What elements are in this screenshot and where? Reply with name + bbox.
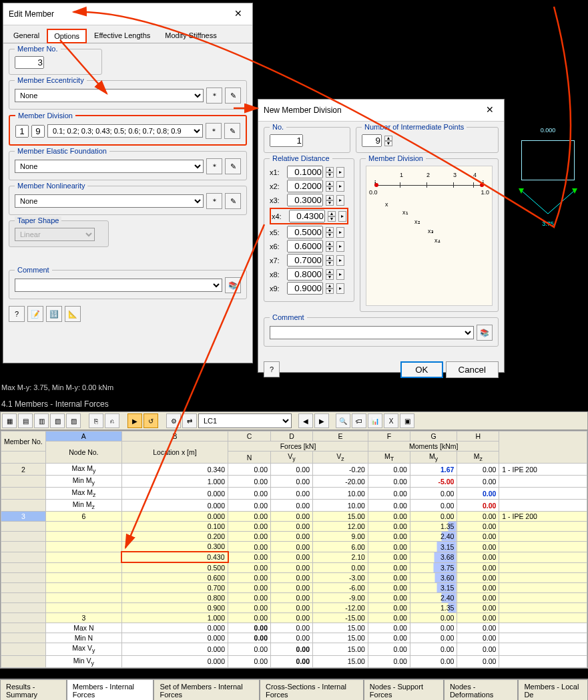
x5-input[interactable]: [287, 226, 323, 238]
status-bar: Max M-y: 3.75, Min M-y: 0.00 kNm: [1, 383, 113, 391]
excel-icon[interactable]: X: [384, 413, 398, 428]
pick-icon[interactable]: ▸: [336, 167, 344, 178]
x8-input[interactable]: [287, 268, 323, 281]
x-spinner[interactable]: ▲▼: [326, 269, 334, 280]
btab[interactable]: Nodes - Deformations: [444, 679, 519, 700]
tb-icon[interactable]: ▧: [50, 413, 65, 428]
btab[interactable]: Members - Internal Forces: [67, 679, 154, 700]
comment-lib-icon[interactable]: 📚: [225, 277, 241, 293]
pick-icon[interactable]: ▸: [336, 255, 344, 266]
tb-icon[interactable]: ↺: [143, 413, 158, 428]
lc-select[interactable]: LC1: [198, 413, 292, 428]
results-table[interactable]: Member No.ABCDEFGHNode No.Location x [m]…: [0, 430, 588, 669]
tb-icon[interactable]: 🏷: [352, 413, 366, 428]
pick-icon[interactable]: ▸: [336, 283, 344, 294]
close-button[interactable]: ✕: [230, 7, 247, 21]
division-new-icon[interactable]: ＊: [206, 123, 222, 139]
tb-icon[interactable]: 🔍: [336, 413, 350, 428]
pick-icon[interactable]: ▸: [336, 269, 344, 280]
new-icon[interactable]: 📝: [27, 306, 43, 322]
close-button[interactable]: ✕: [481, 104, 499, 117]
division-count-input[interactable]: [31, 125, 45, 138]
nonlinearity-new-icon[interactable]: ＊: [206, 193, 222, 209]
x-spinner[interactable]: ▲▼: [326, 255, 334, 266]
x-spinner[interactable]: ▲▼: [326, 227, 334, 238]
btab[interactable]: Nodes - Support Forces: [364, 679, 444, 700]
pick-icon[interactable]: ▸: [338, 211, 346, 222]
pick-icon[interactable]: ▸: [336, 181, 344, 192]
x6-input[interactable]: [287, 240, 323, 252]
tab-effective-lengths[interactable]: Effective Lengths: [87, 28, 158, 43]
elastic-label: Member Elastic Foundation: [15, 147, 109, 155]
tb-icon[interactable]: ▦: [2, 413, 17, 428]
division-list-select[interactable]: 0.1; 0.2; 0.3; 0.43; 0.5; 0.6; 0.7; 0.8;…: [47, 124, 203, 138]
btab[interactable]: Members - Local De: [518, 679, 588, 700]
btab[interactable]: Cross-Sections - Internal Forces: [260, 679, 364, 700]
nonlinearity-edit-icon[interactable]: ✎: [225, 193, 241, 209]
num-pts-spinner[interactable]: ▲▼: [384, 136, 392, 146]
x-spinner[interactable]: ▲▼: [326, 195, 334, 206]
btab[interactable]: Set of Members - Internal Forces: [154, 679, 260, 700]
cancel-button[interactable]: Cancel: [446, 361, 499, 378]
comment-select[interactable]: [270, 326, 474, 339]
x2-input[interactable]: [287, 180, 323, 192]
x-spinner[interactable]: ▲▼: [326, 283, 334, 294]
member-no-input[interactable]: [15, 56, 44, 69]
x9-input[interactable]: [287, 282, 323, 295]
eccentricity-new-icon[interactable]: ＊: [206, 88, 222, 104]
x1-input[interactable]: [287, 166, 323, 178]
member-no-label: Member No.: [15, 45, 61, 53]
tb-icon[interactable]: ⎘: [89, 413, 103, 428]
help-icon[interactable]: ?: [264, 361, 280, 377]
svg-marker-1: [572, 188, 577, 194]
nav-next-icon[interactable]: ▶: [314, 413, 329, 428]
model-preview: 0.000 3.75: [508, 127, 588, 260]
x4-input[interactable]: [289, 210, 325, 222]
x7-input[interactable]: [287, 254, 323, 267]
pick-icon[interactable]: ▸: [336, 227, 344, 238]
relative-distance-label: Relative Distance: [270, 154, 332, 162]
eccentricity-select[interactable]: None: [15, 89, 204, 102]
comment-lib-icon[interactable]: 📚: [477, 325, 493, 341]
tb-icon[interactable]: ⎌: [105, 413, 119, 428]
tb-icon[interactable]: ▤: [18, 413, 33, 428]
elastic-edit-icon[interactable]: ✎: [225, 158, 241, 174]
x-spinner[interactable]: ▲▼: [326, 241, 334, 252]
pick-icon[interactable]: ▸: [336, 195, 344, 206]
tab-general[interactable]: General: [6, 28, 47, 43]
tb-icon[interactable]: ⚙: [166, 413, 181, 428]
x-spinner[interactable]: ▲▼: [326, 167, 334, 178]
btab[interactable]: Results - Summary: [0, 679, 67, 700]
nonlinearity-select[interactable]: None: [15, 194, 204, 208]
comment-select[interactable]: [15, 279, 222, 292]
tab-modify-stiffness[interactable]: Modify Stiffness: [158, 28, 224, 43]
tb-icon[interactable]: ⇄: [182, 413, 197, 428]
x-label: x6:: [270, 242, 284, 250]
pick-icon[interactable]: 📐: [65, 306, 81, 322]
help-icon[interactable]: ?: [9, 306, 25, 322]
calc-icon[interactable]: 🔢: [46, 306, 62, 322]
division-preview-label: Member Division: [366, 154, 426, 162]
comment-label: Comment: [15, 266, 52, 274]
eccentricity-edit-icon[interactable]: ✎: [225, 88, 241, 104]
tb-icon[interactable]: ▨: [66, 413, 81, 428]
ok-button[interactable]: OK: [400, 361, 443, 378]
x-spinner[interactable]: ▲▼: [328, 211, 336, 222]
tab-options[interactable]: Options: [47, 29, 87, 43]
edit-member-dialog: Edit Member ✕ GeneralOptionsEffective Le…: [3, 3, 253, 363]
elastic-select[interactable]: None: [15, 160, 204, 173]
x-spinner[interactable]: ▲▼: [326, 181, 334, 192]
tb-icon[interactable]: ▶: [127, 413, 142, 428]
pick-icon[interactable]: ▸: [336, 241, 344, 252]
tb-icon[interactable]: ▣: [400, 413, 414, 428]
division-edit-icon[interactable]: ✎: [224, 123, 240, 139]
division-no-input[interactable]: [15, 125, 29, 138]
elastic-new-icon[interactable]: ＊: [206, 158, 222, 174]
tb-icon[interactable]: ▥: [34, 413, 49, 428]
x3-input[interactable]: [287, 194, 323, 206]
tb-icon[interactable]: 📊: [368, 413, 382, 428]
nav-first-icon[interactable]: ◀: [298, 413, 313, 428]
eccentricity-label: Member Eccentricity: [15, 76, 87, 84]
num-pts-input[interactable]: [362, 134, 382, 147]
no-input[interactable]: [270, 134, 303, 147]
